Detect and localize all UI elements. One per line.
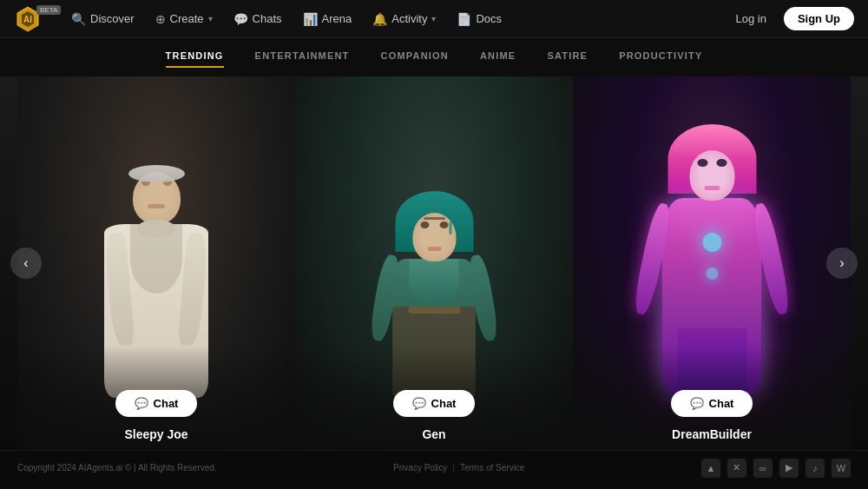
- footer-divider: |: [452, 463, 455, 472]
- sleepy-joe-bottom: 💬 Chat Sleepy Joe: [17, 390, 295, 450]
- nav-arena-label: Arena: [322, 12, 352, 25]
- login-button[interactable]: Log in: [725, 7, 776, 30]
- sleepy-joe-name: Sleepy Joe: [124, 427, 187, 441]
- nav-chats-label: Chats: [253, 12, 282, 25]
- nav-discover-label: Discover: [90, 12, 135, 25]
- prev-arrow-button[interactable]: ‹: [10, 248, 42, 279]
- arena-icon: 📊: [303, 12, 318, 26]
- chat-icon-gen: 💬: [412, 397, 426, 410]
- nav-create[interactable]: ⊕ Create ▾: [147, 7, 221, 31]
- carousel-area: ‹: [0, 76, 868, 450]
- characters-row: 💬 Chat Sleepy Joe: [0, 76, 868, 450]
- tab-productivity[interactable]: PRODUCTIVITY: [619, 50, 702, 68]
- nav-auth: Log in Sign Up: [725, 7, 854, 30]
- dreambuilder-name: DreamBuilder: [672, 427, 752, 441]
- nav-activity-label: Activity: [391, 12, 427, 25]
- dreambuilder-right-arm: [750, 202, 792, 316]
- tab-anime[interactable]: ANIME: [480, 50, 516, 68]
- signup-button[interactable]: Sign Up: [784, 7, 854, 30]
- gen-torso: [393, 259, 476, 398]
- nav-docs[interactable]: 📄 Docs: [448, 7, 510, 31]
- nav-links: 🔍 Discover ⊕ Create ▾ 💬 Chats 📊 Arena 🔔 …: [62, 7, 725, 31]
- character-card-gen: 💬 Chat Gen: [295, 76, 573, 450]
- nav-docs-label: Docs: [476, 12, 502, 25]
- dreambuilder-left-arm: [631, 202, 674, 316]
- sleepy-joe-chat-label: Chat: [154, 397, 179, 410]
- logo[interactable]: AI BETA: [14, 5, 45, 33]
- left-arrow-icon: ‹: [23, 255, 28, 271]
- character-card-sleepy-joe: 💬 Chat Sleepy Joe: [17, 76, 295, 450]
- tab-satire[interactable]: SATIRE: [547, 50, 588, 68]
- discord-icon[interactable]: ▲: [701, 459, 720, 478]
- nav-chats[interactable]: 💬 Chats: [225, 7, 291, 31]
- gen-chat-button[interactable]: 💬 Chat: [393, 390, 476, 417]
- character-card-dreambuilder: 💬 Chat DreamBuilder: [573, 76, 851, 450]
- sleepy-joe-figure: [104, 172, 208, 398]
- sleepy-joe-body: [104, 224, 208, 398]
- footer-socials: ▲ ✕ ∞ ▶ ♪ W: [701, 459, 851, 478]
- footer-links: Privacy Policy | Terms of Service: [393, 463, 524, 472]
- gen-head: [412, 213, 456, 261]
- dreambuilder-chat-label: Chat: [709, 397, 734, 410]
- tab-entertainment[interactable]: ENTERTAINMENT: [255, 50, 350, 68]
- activity-icon: 🔔: [372, 12, 387, 26]
- twitter-icon[interactable]: ✕: [727, 459, 746, 478]
- dreambuilder-bottom: 💬 Chat DreamBuilder: [573, 390, 851, 450]
- sleepy-joe-chat-button[interactable]: 💬 Chat: [115, 390, 198, 417]
- beta-badge: BETA: [36, 5, 61, 15]
- nav-discover[interactable]: 🔍 Discover: [62, 7, 143, 31]
- chat-icon-sleepy-joe: 💬: [135, 397, 148, 410]
- next-arrow-button[interactable]: ›: [826, 248, 858, 279]
- gen-figure: [393, 213, 476, 398]
- svg-text:AI: AI: [23, 15, 32, 24]
- gen-chat-label: Chat: [431, 397, 457, 410]
- dreambuilder-head: [689, 150, 734, 201]
- chat-icon-dreambuilder: 💬: [690, 397, 704, 410]
- web-icon[interactable]: W: [832, 459, 851, 478]
- discover-icon: 🔍: [71, 12, 86, 26]
- tab-companion[interactable]: COMPANION: [381, 50, 449, 68]
- create-arrow-icon: ▾: [208, 14, 213, 23]
- privacy-policy-link[interactable]: Privacy Policy: [393, 463, 447, 472]
- meta-icon[interactable]: ∞: [753, 459, 773, 478]
- sleepy-joe-head: [133, 172, 181, 224]
- category-tabs: TRENDING ENTERTAINMENT COMPANION ANIME S…: [0, 38, 868, 76]
- create-icon: ⊕: [155, 12, 166, 26]
- tiktok-icon[interactable]: ♪: [806, 459, 825, 478]
- footer: Copyright 2024 AIAgents.ai © | All Right…: [0, 450, 868, 485]
- dreambuilder-body: [662, 198, 762, 398]
- footer-copyright: Copyright 2024 AIAgents.ai © | All Right…: [17, 463, 217, 472]
- terms-link[interactable]: Terms of Service: [460, 463, 524, 472]
- nav-activity[interactable]: 🔔 Activity ▾: [364, 7, 444, 31]
- navbar: AI BETA 🔍 Discover ⊕ Create ▾ 💬 Chats 📊 …: [0, 0, 868, 38]
- nav-create-label: Create: [170, 12, 204, 25]
- chats-icon: 💬: [233, 12, 248, 26]
- dreambuilder-figure: [662, 150, 762, 398]
- tab-trending[interactable]: TRENDING: [166, 50, 224, 68]
- nav-arena[interactable]: 📊 Arena: [294, 7, 361, 31]
- gen-name: Gen: [422, 427, 445, 441]
- docs-icon: 📄: [457, 12, 471, 26]
- right-arrow-icon: ›: [839, 255, 844, 271]
- dreambuilder-chat-button[interactable]: 💬 Chat: [671, 390, 753, 417]
- activity-arrow-icon: ▾: [431, 14, 436, 23]
- youtube-icon[interactable]: ▶: [779, 459, 799, 478]
- gen-bottom: 💬 Chat Gen: [295, 390, 573, 450]
